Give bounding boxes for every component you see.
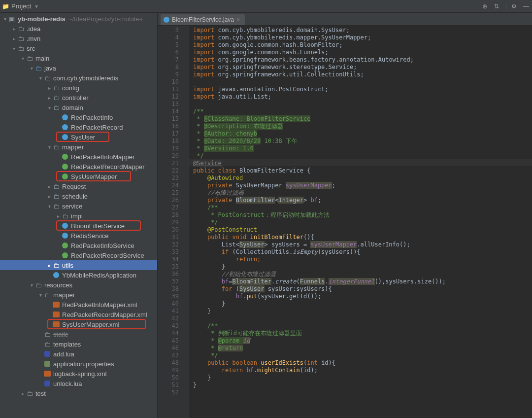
package-icon: 🗀 bbox=[61, 212, 69, 220]
tree-item-impl[interactable]: ▸🗀impl bbox=[0, 211, 157, 221]
tree-item-main[interactable]: ▾🗀main bbox=[0, 53, 157, 63]
hide-icon[interactable]: — bbox=[523, 3, 530, 10]
xml-file-icon bbox=[52, 301, 60, 309]
tree-item-redisservice[interactable]: RedisService bbox=[0, 231, 157, 241]
gear-icon[interactable]: ⚙ bbox=[511, 3, 518, 10]
interface-icon bbox=[61, 242, 69, 249]
class-icon bbox=[61, 232, 69, 240]
tree-item-domain[interactable]: ▾🗀domain bbox=[0, 103, 157, 112]
tree-item-mapper2[interactable]: ▾🗀mapper bbox=[0, 290, 157, 300]
lua-file-icon bbox=[43, 350, 51, 358]
package-icon: 🗀 bbox=[52, 94, 60, 102]
resources-folder-icon: 🗀 bbox=[34, 281, 42, 289]
tree-item-request[interactable]: ▸🗀Request bbox=[0, 181, 157, 191]
tree-item-bloomfilterservice[interactable]: BloomFilterService bbox=[0, 221, 157, 231]
tree-item-templates[interactable]: 🗀templates bbox=[0, 339, 157, 349]
class-icon bbox=[61, 133, 69, 141]
properties-file-icon bbox=[43, 360, 51, 368]
class-icon bbox=[52, 271, 60, 279]
tree-item-test[interactable]: ▸🗀test bbox=[0, 388, 157, 398]
package-icon: 🗀 bbox=[52, 104, 60, 111]
tree-item-redpacketinfomapperxml[interactable]: RedPacketInfoMapper.xml bbox=[0, 300, 157, 310]
editor-panel: BloomFilterService.java × 34567891011121… bbox=[158, 13, 532, 418]
tree-item-redpacketinfomapper[interactable]: RedPacketInfoMapper bbox=[0, 152, 157, 162]
tree-item-addlua[interactable]: add.lua bbox=[0, 349, 157, 359]
tree-item-utils[interactable]: ▸🗀utils bbox=[0, 260, 157, 270]
tree-item-resources[interactable]: ▾🗀resources bbox=[0, 280, 157, 290]
source-folder-icon: 🗀 bbox=[34, 64, 42, 72]
project-icon: 📁 bbox=[2, 3, 9, 10]
folder-icon: 🗀 bbox=[43, 330, 51, 338]
tree-item-java[interactable]: ▾🗀java bbox=[0, 63, 157, 73]
tree-item-redpacketrecordmapper[interactable]: RedPacketRecordMapper bbox=[0, 162, 157, 172]
code-editor[interactable]: import com.cyb.ybmobileredis.domain.SysU… bbox=[189, 26, 532, 418]
package-icon: 🗀 bbox=[52, 261, 60, 269]
lua-file-icon bbox=[43, 380, 51, 387]
package-icon: 🗀 bbox=[52, 192, 60, 200]
gutter-fold-column[interactable] bbox=[182, 26, 189, 418]
dropdown-arrow-icon[interactable]: ▾ bbox=[35, 3, 38, 10]
folder-icon: 🗀 bbox=[43, 340, 51, 348]
tree-item-redpacketrecordservice[interactable]: RedPacketRecordService bbox=[0, 250, 157, 260]
tree-item-src[interactable]: ▾🗀src bbox=[0, 43, 157, 53]
folder-icon: 🗀 bbox=[17, 35, 25, 42]
folder-icon: 🗀 bbox=[43, 291, 51, 299]
interface-icon bbox=[61, 173, 69, 180]
tree-item-idea[interactable]: ▸🗀.idea bbox=[0, 24, 157, 34]
tool-window-header: 📁 Project ▾ ⊕ ⇅ ⚙ — bbox=[0, 0, 532, 13]
tree-item-package[interactable]: ▾🗀com.cyb.ybmobileredis bbox=[0, 73, 157, 83]
tree-item-controller[interactable]: ▸🗀controller bbox=[0, 93, 157, 103]
class-icon bbox=[61, 113, 69, 121]
separator bbox=[506, 3, 506, 10]
interface-icon bbox=[61, 163, 69, 171]
editor-tab-active[interactable]: BloomFilterService.java × bbox=[161, 14, 245, 25]
tree-item-ybmobileredisapp[interactable]: YbMobileRedisApplication bbox=[0, 270, 157, 280]
package-icon: 🗀 bbox=[52, 84, 60, 92]
tree-item-static[interactable]: 🗀static bbox=[0, 329, 157, 339]
tree-item-redpacketrecordmapperxml[interactable]: RedPacketRecordMapper.xml bbox=[0, 310, 157, 319]
close-icon[interactable]: × bbox=[236, 16, 240, 23]
tree-root[interactable]: ▾▣ yb-mobile-redis ~/IdeaProjects/yb-mob… bbox=[0, 14, 157, 24]
tree-item-redpacketinfoservice[interactable]: RedPacketInfoService bbox=[0, 241, 157, 250]
project-tree[interactable]: ▾▣ yb-mobile-redis ~/IdeaProjects/yb-mob… bbox=[0, 13, 158, 418]
tree-item-unlocklua[interactable]: unlock.lua bbox=[0, 379, 157, 388]
editor-tabs: BloomFilterService.java × bbox=[158, 13, 532, 26]
tree-item-sysusermapperxml[interactable]: SysUserMapper.xml bbox=[0, 319, 157, 329]
gutter-line-numbers: 3456789101112131415161718192021222324252… bbox=[158, 26, 182, 418]
interface-icon bbox=[61, 153, 69, 161]
locate-icon[interactable]: ⊕ bbox=[482, 3, 489, 10]
tree-item-appprops[interactable]: application.properties bbox=[0, 359, 157, 369]
package-icon: 🗀 bbox=[52, 143, 60, 151]
tree-item-mapper[interactable]: ▾🗀mapper bbox=[0, 142, 157, 152]
tree-item-config[interactable]: ▸🗀config bbox=[0, 83, 157, 93]
package-icon: 🗀 bbox=[43, 74, 51, 82]
tree-item-mvn[interactable]: ▸🗀.mvn bbox=[0, 34, 157, 43]
expand-collapse-icon[interactable]: ⇅ bbox=[494, 3, 501, 10]
tab-label: BloomFilterService.java bbox=[172, 16, 234, 23]
class-icon bbox=[164, 17, 169, 23]
package-icon: 🗀 bbox=[52, 182, 60, 190]
tree-item-logback[interactable]: logback-spring.xml bbox=[0, 369, 157, 379]
xml-file-icon bbox=[52, 311, 60, 318]
class-icon bbox=[61, 222, 69, 230]
tree-item-sysusermapper[interactable]: SysUserMapper bbox=[0, 172, 157, 181]
tool-window-title: Project bbox=[11, 2, 31, 10]
tree-item-schedule[interactable]: ▸🗀schedule bbox=[0, 191, 157, 201]
folder-icon: 🗀 bbox=[17, 44, 25, 52]
xml-file-icon bbox=[52, 320, 60, 328]
tree-item-redpacketinfo[interactable]: RedPacketInfo bbox=[0, 112, 157, 122]
folder-icon: 🗀 bbox=[26, 54, 33, 62]
xml-file-icon bbox=[43, 370, 51, 378]
class-icon bbox=[61, 123, 69, 131]
folder-icon: 🗀 bbox=[17, 25, 25, 33]
interface-icon bbox=[61, 251, 69, 259]
folder-icon: 🗀 bbox=[26, 389, 33, 397]
package-icon: 🗀 bbox=[52, 202, 60, 210]
tree-item-redpacketrecord[interactable]: RedPacketRecord bbox=[0, 122, 157, 132]
tree-item-sysuser[interactable]: SysUser bbox=[0, 132, 157, 142]
tree-item-service[interactable]: ▾🗀service bbox=[0, 201, 157, 211]
module-icon: ▣ bbox=[8, 15, 16, 23]
